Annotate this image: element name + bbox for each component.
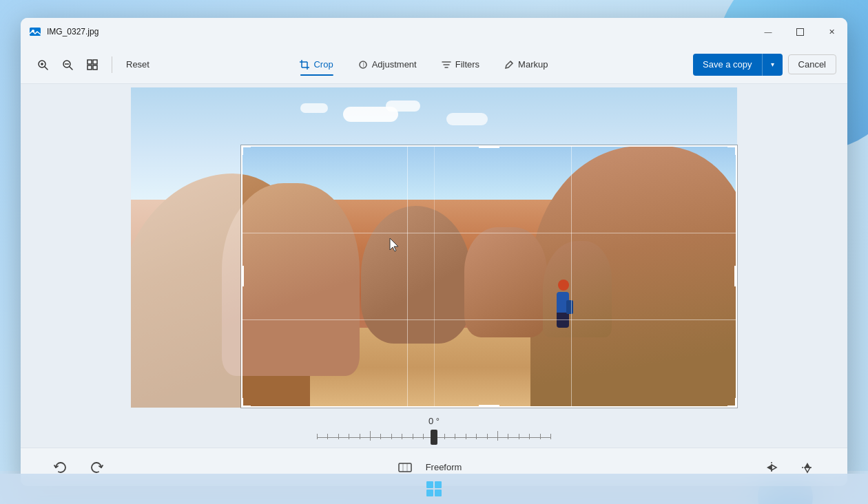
tick-23 — [550, 434, 551, 439]
svg-rect-11 — [93, 60, 97, 64]
tick-18 — [497, 431, 498, 441]
tab-adjustment-label: Adjustment — [372, 59, 417, 70]
crop-handle-bl[interactable] — [241, 398, 251, 408]
window-title: IMG_0327.jpg — [47, 27, 99, 36]
crop-handle-tr[interactable] — [727, 145, 737, 155]
grid-v1 — [407, 147, 408, 406]
rotation-slider-track[interactable] — [317, 430, 551, 444]
tick-20 — [519, 434, 519, 439]
svg-rect-2 — [796, 28, 803, 35]
image-container[interactable] — [131, 87, 737, 408]
filters-icon — [442, 60, 451, 70]
aspect-ratio-icon — [398, 461, 412, 474]
save-copy-dropdown-button[interactable]: ▾ — [762, 54, 783, 76]
tick-15 — [466, 434, 466, 439]
tab-markup-label: Markup — [518, 59, 548, 70]
grid-v2 — [571, 147, 572, 406]
freeform-label: Freeform — [426, 462, 462, 472]
markup-icon — [504, 60, 514, 70]
cancel-button[interactable]: Cancel — [788, 54, 836, 74]
toolbar: Reset Crop Adjustment — [21, 45, 847, 84]
close-button[interactable]: ✕ — [816, 18, 847, 45]
svg-line-19 — [510, 61, 513, 63]
svg-line-6 — [45, 67, 48, 70]
taskbar-start[interactable] — [422, 476, 446, 501]
tick-1 — [317, 434, 318, 439]
flip-vertical-icon — [800, 461, 814, 474]
minimize-button[interactable]: — — [752, 18, 784, 45]
svg-rect-13 — [93, 65, 97, 70]
tick-3 — [338, 434, 339, 439]
windows-logo — [426, 481, 442, 497]
toolbar-divider — [112, 56, 112, 73]
tab-markup[interactable]: Markup — [493, 54, 559, 75]
crop-handle-bottom[interactable] — [479, 405, 499, 408]
tick-9 — [402, 434, 402, 439]
tick-19 — [508, 434, 508, 439]
toolbar-left: Reset — [32, 54, 155, 76]
toolbar-center: Crop Adjustment Filters — [155, 54, 693, 75]
dim-overlay-left — [131, 87, 241, 408]
tick-2 — [327, 434, 328, 439]
svg-line-9 — [70, 67, 72, 70]
toolbar-right: Save a copy ▾ Cancel — [693, 54, 836, 76]
crop-handle-tl[interactable] — [241, 145, 251, 155]
crop-handle-right[interactable] — [734, 266, 737, 286]
zoom-in-button[interactable] — [32, 54, 54, 76]
tab-crop-label: Crop — [313, 59, 333, 70]
svg-rect-20 — [399, 463, 411, 472]
tick-17 — [487, 434, 488, 439]
svg-rect-26 — [435, 481, 442, 488]
tick-21 — [529, 434, 530, 439]
reset-button[interactable]: Reset — [121, 56, 155, 72]
title-bar-left: IMG_0327.jpg — [29, 25, 99, 38]
tick-14 — [455, 434, 455, 439]
save-copy-button[interactable]: Save a copy ▾ — [693, 54, 783, 76]
tick-6 — [370, 431, 371, 441]
tab-filters[interactable]: Filters — [431, 54, 490, 75]
rotation-value: 0 ° — [428, 416, 440, 426]
crop-grid — [242, 147, 736, 406]
slider-line — [317, 437, 551, 438]
fit-view-icon — [87, 59, 98, 70]
tab-adjustment[interactable]: Adjustment — [347, 54, 428, 75]
title-bar: IMG_0327.jpg — ✕ — [21, 18, 847, 45]
dim-overlay-top — [241, 87, 737, 145]
fit-view-button[interactable] — [81, 54, 103, 76]
tick-22 — [540, 434, 541, 439]
rotation-area: 0 ° — [317, 416, 551, 444]
grid-h1 — [242, 233, 736, 233]
adjustment-icon — [358, 60, 368, 70]
rotation-thumb[interactable] — [431, 430, 437, 445]
svg-rect-12 — [87, 65, 92, 70]
zoom-in-icon — [37, 59, 48, 70]
tick-16 — [476, 434, 477, 439]
app-icon — [29, 25, 41, 38]
svg-rect-25 — [426, 481, 433, 488]
tab-crop[interactable]: Crop — [289, 54, 344, 75]
tick-7 — [380, 434, 381, 439]
tick-4 — [349, 434, 349, 439]
tick-5 — [360, 434, 360, 439]
flip-horizontal-icon — [765, 461, 778, 474]
app-window: IMG_0327.jpg — ✕ — [21, 18, 847, 486]
taskbar — [0, 474, 868, 504]
tick-11 — [423, 434, 424, 439]
save-copy-main-button[interactable]: Save a copy — [693, 54, 762, 76]
tick-8 — [391, 434, 392, 439]
svg-rect-27 — [426, 490, 433, 496]
rotate-ccw-icon — [54, 461, 68, 474]
tick-10 — [413, 434, 413, 439]
zoom-out-icon — [62, 59, 73, 70]
crop-box[interactable] — [241, 145, 737, 408]
svg-rect-10 — [87, 60, 92, 64]
crop-handle-top[interactable] — [479, 145, 499, 148]
main-content: 0 ° — [21, 84, 847, 448]
svg-rect-28 — [435, 490, 442, 496]
zoom-out-button[interactable] — [56, 54, 79, 76]
grid-h2 — [242, 319, 736, 320]
tab-filters-label: Filters — [455, 59, 479, 70]
maximize-button[interactable] — [784, 18, 816, 45]
crop-handle-br[interactable] — [727, 398, 737, 408]
crop-handle-left[interactable] — [241, 266, 244, 286]
